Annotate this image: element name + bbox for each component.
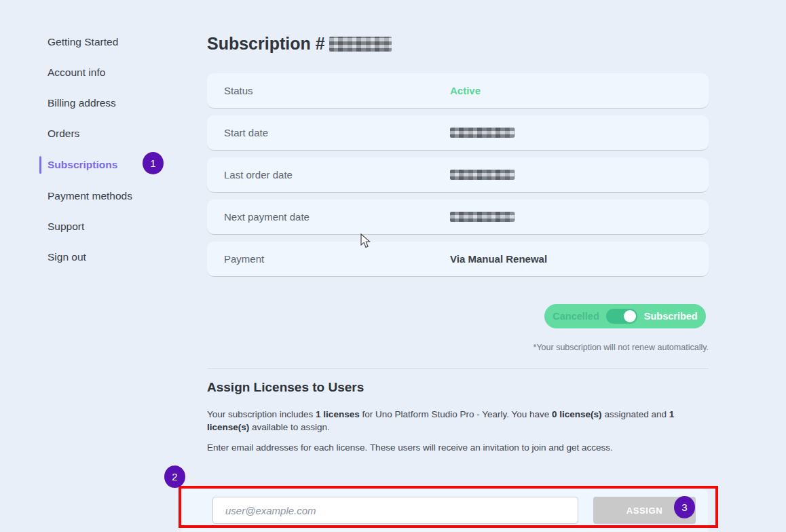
row-label: Status: [224, 85, 253, 96]
redacted-date-value: [450, 170, 514, 180]
payment-value: Via Manual Renewal: [450, 253, 547, 265]
sidebar-item-account-info[interactable]: Account info: [48, 66, 105, 79]
row-status: Status Active: [207, 73, 709, 109]
section-divider: [207, 368, 709, 369]
row-label: Payment: [224, 253, 264, 265]
row-label: Next payment date: [224, 211, 310, 223]
redacted-subscription-number: [329, 37, 392, 52]
sidebar-item-label: Billing address: [48, 97, 116, 109]
row-label: Start date: [224, 127, 268, 138]
sidebar-item-label: Subscriptions: [48, 159, 117, 170]
sidebar-item-sign-out[interactable]: Sign out: [48, 250, 86, 264]
sidebar-item-label: Getting Started: [48, 36, 118, 48]
redacted-date-value: [450, 128, 514, 138]
page-title: Subscription #: [207, 34, 392, 54]
annotation-badge-3: 3: [674, 496, 695, 518]
annotation-badge-2: 2: [164, 466, 185, 488]
toggle-subscribed-label: Subscribed: [644, 311, 698, 322]
text-segment: Your subscription includes: [207, 409, 316, 419]
row-last-order-date: Last order date: [207, 157, 709, 193]
toggle-cancelled-label: Cancelled: [553, 311, 599, 322]
sidebar-item-support[interactable]: Support: [48, 220, 84, 233]
sidebar-item-label: Payment methods: [48, 190, 132, 202]
sidebar-item-label: Orders: [48, 128, 79, 139]
sidebar-item-subscriptions[interactable]: Subscriptions: [48, 158, 117, 172]
renewal-note: *Your subscription will not renew automa…: [207, 343, 709, 352]
sidebar-item-getting-started[interactable]: Getting Started: [48, 35, 118, 49]
row-label: Last order date: [224, 169, 293, 180]
sidebar-item-label: Support: [48, 221, 84, 232]
toggle-switch[interactable]: [606, 309, 637, 324]
subscription-page: Getting Started Account info Billing add…: [0, 0, 786, 532]
text-segment: for Uno Platform Studio Pro - Yearly. Yo…: [360, 409, 552, 419]
active-indicator-bar: [39, 156, 41, 174]
page-title-text: Subscription #: [207, 34, 325, 54]
toggle-knob: [624, 310, 636, 322]
sidebar-item-payment-methods[interactable]: Payment methods: [48, 189, 132, 203]
sidebar-item-orders[interactable]: Orders: [48, 127, 79, 140]
sidebar-item-label: Account info: [48, 66, 105, 78]
text-segment-bold: 1 licenses: [316, 409, 360, 419]
annotation-badge-1: 1: [143, 152, 164, 174]
row-start-date: Start date: [207, 115, 709, 151]
annotation-red-box: [179, 486, 718, 528]
text-segment-bold: 0 license(s): [552, 409, 602, 419]
assign-instructions: Enter email addresses for each license. …: [207, 442, 709, 455]
text-segment: available to assign.: [249, 422, 330, 432]
sidebar-item-billing-address[interactable]: Billing address: [48, 96, 116, 110]
assign-description: Your subscription includes 1 licenses fo…: [207, 408, 709, 434]
sidebar-item-label: Sign out: [48, 251, 86, 263]
row-next-payment-date: Next payment date: [207, 200, 709, 235]
redacted-date-value: [450, 212, 514, 222]
row-payment: Payment Via Manual Renewal: [207, 242, 709, 277]
subscription-toggle[interactable]: Cancelled Subscribed: [544, 304, 706, 328]
text-segment: assignated and: [602, 409, 669, 419]
status-value: Active: [450, 85, 481, 96]
assign-section-heading: Assign Licenses to Users: [207, 380, 364, 395]
